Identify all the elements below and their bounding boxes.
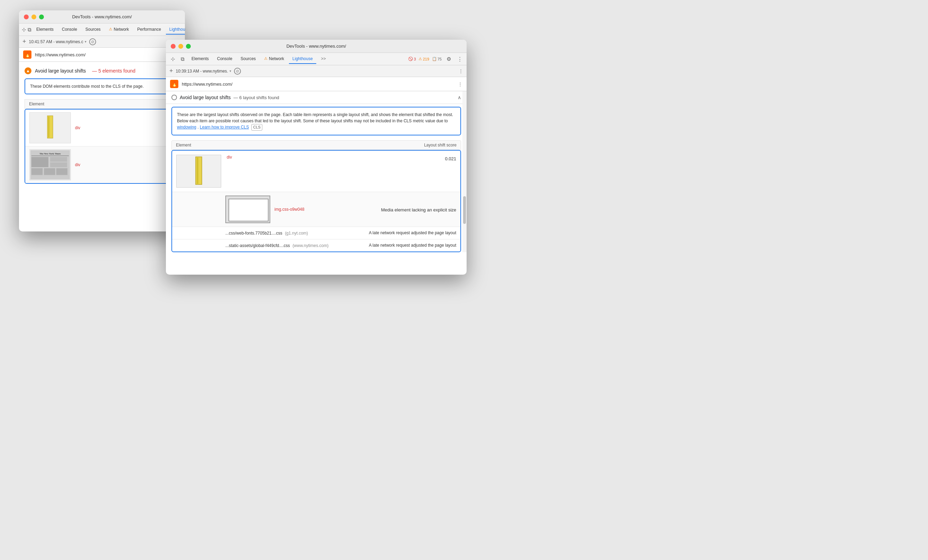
element-tag-front-1: div [227, 155, 232, 160]
svg-rect-17 [229, 199, 268, 221]
svg-rect-8 [50, 157, 67, 162]
site-url-back: https://www.nytimes.com/ [35, 52, 86, 57]
layers-icon[interactable]: ⧉ [27, 26, 32, 34]
site-url-front: https://www.nytimes.com/ [182, 82, 233, 87]
tab-elements-front[interactable]: Elements [188, 54, 212, 64]
tab-performance-back[interactable]: Performance [134, 25, 165, 35]
col-element-front: Element [176, 143, 191, 148]
tab-sources-back[interactable]: Sources [82, 25, 104, 35]
css-selector-note-front: (g1.nyt.com) [285, 231, 308, 236]
tab-network-back[interactable]: Network [105, 25, 132, 35]
svg-rect-11 [44, 168, 55, 175]
toolbar-back: ⊹ ⧉ Elements Console Sources Network Per… [19, 23, 185, 36]
dropdown-arrow-back[interactable]: ▾ [85, 40, 86, 44]
info-box-back: These DOM elements contribute most to th… [24, 78, 179, 94]
audit-count-front: — 6 layout shifts found [234, 95, 279, 100]
svg-rect-2 [48, 116, 49, 137]
svg-text:The New York Times: The New York Times [40, 152, 61, 155]
tab-more-front[interactable]: >> [317, 54, 330, 64]
thumb-medium-front [225, 196, 270, 223]
sub-content-2: ...css/web-fonts.7705b21....css (g1.nyt.… [225, 230, 365, 236]
table-row: div [25, 110, 179, 146]
stop-icon-back[interactable]: ⊘ [89, 38, 96, 45]
svg-rect-15 [197, 158, 198, 184]
url-bar-front: + 10:39:13 AM - www.nytimes. ▾ ⊘ ⋮ [166, 65, 467, 77]
static-selector-front: ...static-assets/global-f449cfd....css [225, 243, 290, 248]
sub-row-1: img.css-o9w048 Media element lacking an … [172, 192, 460, 227]
settings-icon-front[interactable]: ⚙ [444, 55, 453, 63]
cls-badge: CLS [251, 124, 262, 131]
error-count-front: 3 [414, 57, 416, 61]
expand-btn-front[interactable]: ∧ [458, 95, 461, 100]
static-selector-note-front: (www.nytimes.com) [292, 243, 328, 248]
learn-link[interactable]: Learn how to improve CLS [200, 125, 249, 129]
circle-indicator-front [171, 95, 177, 100]
maximize-button-back[interactable] [39, 15, 44, 19]
audit-row-front: Avoid large layout shifts — 6 layout shi… [166, 91, 467, 104]
scrollbar-front[interactable] [462, 91, 467, 252]
stop-icon-front[interactable]: ⊘ [234, 68, 241, 75]
sub-desc-2: A late network request adjusted the page… [369, 230, 456, 235]
thumb-2-back: The New York Times [29, 149, 71, 180]
audit-title-front: Avoid large layout shifts [180, 95, 231, 100]
svg-rect-9 [50, 162, 67, 167]
close-button-back[interactable] [24, 15, 29, 19]
tab-sources-front[interactable]: Sources [237, 54, 259, 64]
layers-icon-front[interactable]: ⧉ [179, 55, 187, 63]
sub-content-3: ...static-assets/global-f449cfd....css (… [225, 243, 365, 248]
inspector-icon[interactable]: ⊹ [22, 26, 26, 34]
css-selector-front: ...css/web-fonts.7705b21....css [225, 231, 282, 236]
more-icon-front[interactable]: ⋮ [456, 55, 464, 63]
window-controls-back [24, 15, 44, 19]
window-title-back: DevTools - www.nytimes.com/ [72, 14, 132, 19]
maximize-button-front[interactable] [186, 44, 191, 49]
url-menu-front: ⋮ [459, 68, 463, 74]
site-more-front[interactable]: ⋮ [458, 82, 462, 87]
info-box-front: These are the largest layout shifts obse… [171, 107, 461, 135]
tab-console-back[interactable]: Console [58, 25, 81, 35]
error-icon-front: 🚫 [408, 57, 413, 61]
warn-count-front: 219 [423, 57, 429, 61]
minimize-button-back[interactable] [32, 15, 36, 19]
info-text-front: These are the largest layout shifts obse… [177, 112, 453, 123]
add-tab-back[interactable]: + [23, 38, 26, 45]
site-icon-back: 🔥 [23, 50, 32, 59]
svg-rect-7 [32, 157, 48, 167]
audit-title-back: Avoid large layout shifts [35, 68, 86, 74]
window-controls-front [171, 44, 191, 49]
scrollbar-thumb-front[interactable] [463, 196, 466, 224]
tab-console-front[interactable]: Console [214, 54, 236, 64]
content-back: ▲ Avoid large layout shifts — 5 elements… [19, 62, 185, 189]
warn-icon-front: ⚠ [418, 57, 422, 61]
minimize-button-front[interactable] [179, 44, 183, 49]
toolbar-front: ⊹ ⧉ Elements Console Sources Network Lig… [166, 53, 467, 65]
close-button-front[interactable] [171, 44, 176, 49]
sub-desc-3: A late network request adjusted the page… [369, 243, 456, 248]
inspector-icon-front[interactable]: ⊹ [169, 55, 177, 63]
url-more-icon-front[interactable]: ⋮ [459, 68, 463, 74]
window-title-front: DevTools - www.nytimes.com/ [287, 44, 346, 49]
tab-elements-back[interactable]: Elements [33, 25, 57, 35]
element-grid-back: div The New York Times [24, 109, 179, 184]
col-element-back: Element [29, 102, 44, 107]
audit-header-back: ▲ Avoid large layout shifts — 5 elements… [24, 67, 179, 74]
toolbar-right-front: 🚫 3 ⚠ 219 📋 75 ⚙ ⋮ [408, 55, 464, 63]
time-text-front: 10:39:13 AM - www.nytimes. [176, 69, 228, 74]
tab-lighthouse-back[interactable]: Lighthouse [166, 25, 185, 35]
site-icon-front: 🔥 [170, 80, 179, 88]
devtools-window-back: DevTools - www.nytimes.com/ ⊹ ⧉ Elements… [19, 11, 185, 231]
col-score-front: Layout shift score [424, 143, 456, 148]
sub-desc-1: Media element lacking an explicit size [381, 207, 456, 213]
element-tag-1-back: div [75, 125, 80, 130]
titlebar-front: DevTools - www.nytimes.com/ [166, 40, 467, 53]
tab-network-front[interactable]: Network [261, 54, 288, 64]
svg-rect-14 [195, 157, 202, 184]
add-tab-front[interactable]: + [169, 67, 173, 75]
svg-rect-10 [32, 168, 43, 175]
sub-row-2: ...css/web-fonts.7705b21....css (g1.nyt.… [172, 227, 460, 239]
table-header-back: Element [24, 99, 179, 109]
tab-lighthouse-front[interactable]: Lighthouse [289, 54, 316, 64]
error-badge-front: 🚫 3 [408, 57, 416, 61]
windowing-link[interactable]: windowing [177, 125, 196, 129]
dropdown-arrow-front[interactable]: ▾ [229, 69, 231, 73]
